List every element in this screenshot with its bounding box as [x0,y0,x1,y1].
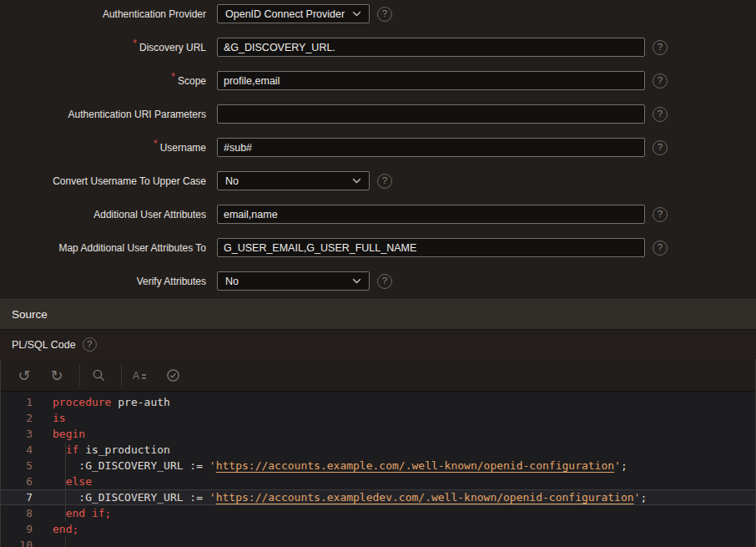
form-row-username: *Username? [0,138,756,157]
code-line-4[interactable]: 4 if is_production [1,442,755,458]
required-asterisk: * [171,71,175,83]
selected-value: OpenID Connect Provider [225,8,345,20]
verify-attributes-select[interactable]: No [217,271,370,291]
svg-text:A: A [133,370,139,382]
chevron-down-icon [352,11,361,17]
authentication-uri-parameters-input[interactable] [217,104,645,124]
help-icon[interactable]: ? [377,274,392,289]
help-icon[interactable]: ? [653,107,668,122]
selected-value: No [225,276,239,287]
line-content [33,537,53,547]
authentication-settings-page: Authentication ProviderOpenID Connect Pr… [0,0,756,547]
map-additional-user-attributes-to-input[interactable] [217,238,645,257]
validate-button[interactable] [163,365,183,385]
indent-guide [65,474,66,489]
chevron-down-icon [352,178,361,184]
line-number: 6 [1,474,33,489]
field-label-scope: *Scope [0,75,206,87]
code-line-6[interactable]: 6 else [1,474,755,489]
line-content: end; [33,521,78,537]
indent-guide [65,537,66,547]
line-number: 3 [1,426,33,442]
line-number: 8 [1,505,33,521]
line-content: is [33,410,66,426]
line-content: else [33,474,92,489]
undo-icon: ↺ [18,367,30,384]
field-label-verify-attributes: Verify Attributes [0,276,206,287]
line-content: :G_DISCOVERY_URL := 'https://accounts.ex… [33,489,647,505]
scope-input[interactable] [217,71,645,90]
form-row-authentication-provider: Authentication ProviderOpenID Connect Pr… [0,4,756,23]
form-row-map-additional-user-attributes-to: Map Additional User Attributes To? [0,238,756,257]
line-content: :G_DISCOVERY_URL := 'https://accounts.ex… [33,458,627,474]
code-editor-content[interactable]: 1procedure pre-auth2is3begin4 if is_prod… [1,392,755,547]
indent-guide [65,505,66,521]
source-section-title: Source [12,308,48,321]
field-label-authentication-provider: Authentication Provider [0,8,206,20]
username-input[interactable] [217,138,645,157]
code-editor: ↺ ↻ A [0,359,756,547]
plsql-code-label-row: PL/SQL Code ? [0,330,756,359]
line-content: if is_production [33,442,170,458]
field-label-additional-user-attributes: Additional User Attributes [0,209,206,220]
form-row-scope: *Scope? [0,71,756,90]
autocomplete-button[interactable]: A [130,365,150,385]
line-content: end if; [33,505,111,521]
help-icon[interactable]: ? [653,140,668,155]
undo-button[interactable]: ↺ [14,365,34,385]
help-icon[interactable]: ? [377,7,392,22]
chevron-down-icon [352,278,361,284]
help-icon[interactable]: ? [83,337,97,352]
line-number: 5 [1,458,33,474]
field-label-map-additional-user-attributes-to: Map Additional User Attributes To [0,242,206,254]
line-number: 7 [1,489,33,505]
toolbar-divider [121,364,122,386]
help-icon[interactable]: ? [653,40,668,55]
code-line-2[interactable]: 2is [1,410,755,426]
form-row-verify-attributes: Verify AttributesNo? [0,271,756,291]
source-section-header: Source [0,299,756,330]
plsql-code-label: PL/SQL Code [12,339,76,351]
validate-check-icon [166,368,180,382]
convert-username-to-upper-case-select[interactable]: No [217,171,370,190]
form-row-additional-user-attributes: Additional User Attributes? [0,205,756,224]
oidc-attributes-form: Authentication ProviderOpenID Connect Pr… [0,0,756,299]
code-line-8[interactable]: 8 end if; [1,505,755,521]
line-number: 10 [1,537,33,547]
toolbar-divider [79,364,80,386]
indent-guide [65,489,66,505]
redo-button[interactable]: ↻ [47,365,67,385]
code-line-10[interactable]: 10 [1,537,755,547]
autocomplete-icon: A [133,369,148,381]
code-line-3[interactable]: 3begin [1,426,755,442]
additional-user-attributes-input[interactable] [217,205,645,224]
field-label-authentication-uri-parameters: Authentication URI Parameters [0,109,206,120]
line-content: begin [33,426,85,442]
help-icon[interactable]: ? [653,73,668,89]
help-icon[interactable]: ? [377,174,392,189]
form-row-authentication-uri-parameters: Authentication URI Parameters? [0,104,756,124]
line-content: procedure pre-auth [33,394,170,410]
help-icon[interactable]: ? [653,207,668,222]
form-row-convert-username-to-upper-case: Convert Username To Upper CaseNo? [0,171,756,190]
authentication-provider-select[interactable]: OpenID Connect Provider [217,4,370,23]
field-label-username: *Username [0,142,206,154]
line-number: 4 [1,442,33,458]
form-row-discovery-url: *Discovery URL? [0,38,756,57]
indent-guide [65,458,66,474]
redo-icon: ↻ [50,367,63,384]
selected-value: No [225,175,239,187]
find-button[interactable] [88,365,108,385]
required-asterisk: * [133,38,137,49]
indent-guide [65,442,66,458]
help-icon[interactable]: ? [653,241,668,256]
discovery-url-input[interactable] [217,38,645,57]
code-editor-toolbar: ↺ ↻ A [1,359,755,392]
code-line-5[interactable]: 5 :G_DISCOVERY_URL := 'https://accounts.… [1,458,755,474]
line-number: 2 [1,410,33,426]
line-number: 9 [1,521,33,537]
code-line-7[interactable]: 7 :G_DISCOVERY_URL := 'https://accounts.… [1,489,755,505]
code-line-9[interactable]: 9end; [1,521,755,537]
required-asterisk: * [154,138,158,149]
code-line-1[interactable]: 1procedure pre-auth [1,394,755,410]
